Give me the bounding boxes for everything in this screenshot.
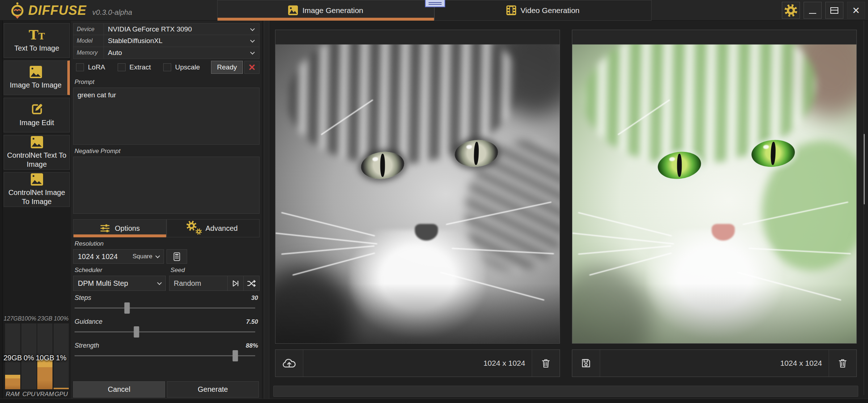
sidebar-item-controlnet-text-to-image[interactable]: ControlNet Text To Image	[4, 135, 70, 170]
resource-meters: 127GB 29GB RAM 100% 0% CPU 23GB	[3, 315, 71, 398]
edit-icon	[30, 103, 43, 116]
guidance-value: 7.50	[246, 318, 258, 326]
calculator-icon	[172, 252, 182, 262]
window-edge	[0, 21, 3, 403]
upscale-label: Upscale	[175, 63, 200, 71]
source-image-size: 1024 x 1024	[483, 359, 532, 368]
generate-button[interactable]: Generate	[167, 381, 259, 398]
negative-prompt-input[interactable]	[73, 157, 260, 214]
maximize-icon	[830, 7, 838, 14]
image-icon	[288, 5, 298, 15]
meter-cpu: 100% 0% CPU	[21, 315, 37, 398]
image-icon	[30, 66, 42, 78]
generated-image[interactable]	[572, 44, 856, 343]
film-icon	[506, 5, 516, 15]
panel-splitter[interactable]	[264, 21, 269, 403]
meter-name: GPU	[55, 389, 68, 398]
upscale-checkbox[interactable]	[163, 63, 171, 71]
aspect-select[interactable]: Square	[132, 253, 159, 260]
generated-delete-button[interactable]	[829, 350, 856, 377]
seed-reuse-button[interactable]	[227, 276, 243, 290]
upscale-toggle[interactable]: Upscale	[163, 63, 200, 71]
chevron-down-icon	[250, 50, 255, 55]
window-resize-edge	[864, 21, 864, 395]
tab-options[interactable]: Options	[73, 219, 167, 237]
image-icon	[31, 136, 43, 148]
trash-icon	[837, 358, 848, 369]
trash-icon	[540, 358, 551, 369]
slider-handle[interactable]	[125, 302, 130, 314]
sidebar-item-label: ControlNet Image To Image	[7, 188, 67, 206]
resolution-calculator-button[interactable]	[167, 249, 187, 264]
seed-input[interactable]: Random	[169, 276, 227, 290]
prompt-label: Prompt	[75, 79, 260, 86]
model-row: Model StableDiffusionXL	[73, 35, 260, 47]
app-logo: DIFFUSE v0.3.0-alpha	[9, 1, 132, 20]
sidebar-item-image-edit[interactable]: Image Edit	[4, 98, 70, 132]
device-label: Device	[73, 24, 104, 35]
save-image-button[interactable]	[572, 350, 600, 377]
steps-slider[interactable]	[73, 302, 260, 315]
tab-image-generation[interactable]: Image Generation	[217, 0, 434, 21]
upload-image-button[interactable]	[275, 350, 303, 377]
resolution-row: 1024 x 1024 Square	[73, 249, 260, 264]
source-image-footer: 1024 x 1024	[275, 349, 560, 377]
app-title: DIFFUSE	[28, 3, 87, 18]
meter-ram: 127GB 29GB RAM	[5, 315, 20, 398]
sliders-icon	[100, 223, 110, 234]
meter-bar: 10GB	[37, 323, 52, 389]
steps-label: Steps	[75, 294, 91, 302]
minimize-button[interactable]	[804, 2, 822, 19]
guidance-slider[interactable]	[73, 326, 260, 339]
slider-track[interactable]	[75, 355, 255, 356]
sidebar-item-image-to-image[interactable]: Image To Image	[4, 60, 70, 95]
maximize-button[interactable]	[825, 2, 843, 19]
slider-handle[interactable]	[134, 326, 139, 338]
scheduler-select[interactable]: DPM Multi Step	[73, 276, 166, 291]
lora-toggle[interactable]: LoRA	[76, 63, 105, 71]
window-drag-handle[interactable]	[425, 0, 445, 7]
slider-track[interactable]	[75, 307, 255, 309]
action-buttons: Cancel Generate	[73, 381, 259, 398]
generated-image-footer: 1024 x 1024	[572, 349, 857, 377]
scheduler-value: DPM Multi Step	[78, 279, 128, 288]
steps-slider-block: Steps 30	[73, 294, 260, 315]
negative-prompt-label: Negative Prompt	[75, 148, 260, 155]
tab-video-generation[interactable]: Video Generation	[434, 0, 652, 21]
prompt-input[interactable]: green cat fur	[73, 88, 260, 145]
feature-toggles: LoRA Extract Upscale Ready ✕	[73, 59, 260, 76]
lora-label: LoRA	[88, 63, 105, 71]
device-select[interactable]: NVIDIA GeForce RTX 3090	[104, 24, 259, 35]
meter-max: 127GB	[4, 315, 22, 323]
model-select[interactable]: StableDiffusionXL	[104, 35, 259, 47]
sidebar-item-controlnet-image-to-image[interactable]: ControlNet Image To Image	[4, 172, 70, 207]
chevron-down-icon	[250, 26, 255, 31]
close-button[interactable]: ✕	[847, 2, 865, 19]
settings-button[interactable]	[782, 2, 800, 19]
gear-icon	[787, 6, 795, 14]
app-window: DIFFUSE v0.3.0-alpha Image Generation Vi…	[0, 0, 868, 403]
extract-checkbox[interactable]	[118, 63, 126, 71]
resolution-select[interactable]: 1024 x 1024 Square	[73, 249, 164, 264]
seed-randomize-button[interactable]	[243, 276, 259, 290]
stop-button[interactable]: ✕	[244, 61, 260, 74]
sidebar-item-label: Text To Image	[14, 44, 59, 53]
skip-icon	[231, 279, 240, 288]
extract-label: Extract	[130, 63, 151, 71]
cancel-button[interactable]: Cancel	[73, 381, 165, 398]
source-delete-button[interactable]	[532, 350, 560, 377]
source-viewer-header	[275, 30, 560, 44]
generated-image-viewer	[572, 30, 857, 344]
memory-select[interactable]: Auto	[104, 47, 259, 59]
scrollbar-thumb[interactable]	[864, 134, 865, 204]
tab-advanced[interactable]: Advanced	[167, 219, 260, 237]
scheduler-label: Scheduler	[75, 267, 166, 274]
sidebar-item-text-to-image[interactable]: TT Text To Image	[4, 23, 70, 58]
lora-checkbox[interactable]	[76, 63, 84, 71]
slider-track[interactable]	[75, 331, 255, 332]
slider-handle[interactable]	[233, 350, 238, 361]
source-image[interactable]	[275, 44, 560, 343]
strength-slider[interactable]	[73, 349, 260, 362]
extract-toggle[interactable]: Extract	[118, 63, 151, 71]
sidebar-item-label: Image To Image	[10, 81, 62, 90]
